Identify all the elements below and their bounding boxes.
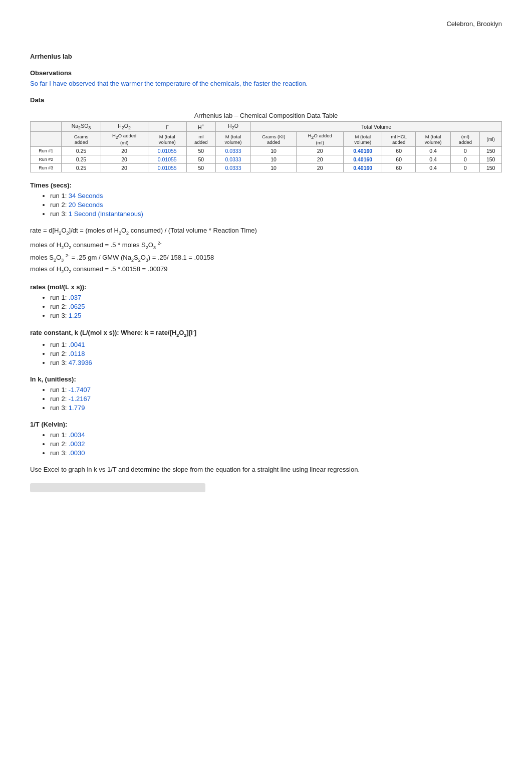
col-i: I- bbox=[148, 122, 186, 132]
rate-constant-list: run 1: .0041run 2: .0118run 3: 47.3936 bbox=[30, 341, 502, 366]
rate-constant-label: rate constant, k (L/(mol x s)): Where: k… bbox=[30, 328, 502, 338]
list-item-value: .0030 bbox=[69, 449, 85, 457]
list-item-label: run 1: bbox=[50, 192, 69, 200]
list-item: run 1: 34 Seconds bbox=[50, 192, 502, 200]
list-item: run 3: .0030 bbox=[50, 449, 502, 457]
list-item: run 1: -1.7407 bbox=[50, 386, 502, 394]
list-item: run 2: .0118 bbox=[50, 350, 502, 357]
cell-ml: 150 bbox=[480, 155, 502, 163]
list-item-value: 1.25 bbox=[69, 312, 81, 319]
cell-h: 50 bbox=[186, 155, 215, 163]
list-item-value: .0625 bbox=[69, 303, 85, 310]
cell-ml-added: 0 bbox=[451, 155, 480, 163]
cell-h2o-added: 20 bbox=[297, 146, 344, 155]
table-title: Arrhenius lab – Chemical Composition Dat… bbox=[31, 109, 502, 122]
subh-ml-hcl: ml HCLadded bbox=[382, 132, 416, 147]
list-item: run 1: .0034 bbox=[50, 431, 502, 439]
list-item-label: run 2: bbox=[50, 350, 69, 357]
rate-formula: rate = d[H2O2]/dt = (moles of H2O2 consu… bbox=[30, 227, 502, 236]
list-item-value: .0034 bbox=[69, 431, 85, 439]
subh-ml-added: mladded bbox=[186, 132, 215, 147]
rates-list: run 1: .037run 2: .0625run 3: 1.25 bbox=[30, 294, 502, 319]
list-item-label: run 3: bbox=[50, 312, 69, 319]
moles-line3: moles of H2O2 consumed = .5 *.00158 = .0… bbox=[30, 265, 502, 274]
list-item-value: 1.779 bbox=[69, 404, 85, 412]
composition-table: Arrhenius lab – Chemical Composition Dat… bbox=[30, 109, 502, 172]
list-item-label: run 2: bbox=[50, 303, 69, 310]
cell-h2o: 0.0333 bbox=[215, 163, 250, 172]
cell-m-total2: 0.4 bbox=[416, 146, 451, 155]
location-header: Celebron, Brooklyn bbox=[30, 20, 502, 28]
table-row: Run #1 0.25 20 0.01055 50 0.0333 10 20 0… bbox=[31, 146, 502, 155]
list-item-label: run 1: bbox=[50, 341, 69, 348]
cell-m-total: 0.40160 bbox=[344, 163, 382, 172]
times-label: Times (secs): bbox=[30, 181, 502, 189]
subh-m-total2: M (totalvolume) bbox=[215, 132, 250, 147]
list-item-label: run 2: bbox=[50, 201, 69, 209]
one-over-t-label: 1/T (Kelvin): bbox=[30, 421, 502, 428]
list-item-value: 34 Seconds bbox=[69, 192, 103, 200]
list-item: run 2: .0625 bbox=[50, 303, 502, 310]
location-text: Celebron, Brooklyn bbox=[446, 20, 502, 28]
cell-ml: 150 bbox=[480, 163, 502, 172]
list-item-label: run 3: bbox=[50, 404, 69, 412]
list-item: run 3: 1 Second (Instantaneous) bbox=[50, 210, 502, 218]
ln-k-list: run 1: -1.7407run 2: -1.2167run 3: 1.779 bbox=[30, 386, 502, 412]
list-item-label: run 3: bbox=[50, 359, 69, 366]
cell-h2o-added: 20 bbox=[297, 155, 344, 163]
list-item-value: .0118 bbox=[69, 350, 85, 357]
bottom-bar bbox=[30, 483, 205, 492]
table-row: Run #3 0.25 20 0.01055 50 0.0333 10 20 0… bbox=[31, 163, 502, 172]
list-item-value: 20 Seconds bbox=[69, 201, 103, 209]
cell-ml-hcl: 60 bbox=[382, 155, 416, 163]
subh-m-total1: M (totalvolume) bbox=[148, 132, 186, 147]
subh-empty bbox=[31, 132, 62, 147]
subh-ml: (ml) bbox=[480, 132, 502, 147]
list-item-value: -1.7407 bbox=[69, 386, 91, 394]
cell-m-total2: 0.4 bbox=[416, 155, 451, 163]
list-item-label: run 1: bbox=[50, 294, 69, 301]
data-table-wrapper: Arrhenius lab – Chemical Composition Dat… bbox=[30, 109, 502, 172]
subh-grams-ki: Grams (KI)added bbox=[251, 132, 297, 147]
list-item-value: .0041 bbox=[69, 341, 85, 348]
subh-grams: Gramsadded bbox=[62, 132, 101, 147]
run-label: Run #3 bbox=[31, 163, 62, 172]
moles-section: moles of H2O2 consumed = .5 * moles S2O3… bbox=[30, 241, 502, 274]
list-item-value: 1 Second (Instantaneous) bbox=[69, 210, 143, 218]
cell-ml-added: 0 bbox=[451, 163, 480, 172]
subh-h2o-added: H2O added(ml) bbox=[101, 132, 148, 147]
table-row: Run #2 0.25 20 0.01055 50 0.0333 10 20 0… bbox=[31, 155, 502, 163]
list-item: run 2: .0032 bbox=[50, 440, 502, 448]
col-h2o: H2O bbox=[215, 122, 250, 132]
cell-grams-ki: 10 bbox=[251, 155, 297, 163]
page-title: Arrhenius lab bbox=[30, 53, 502, 60]
list-item-label: run 2: bbox=[50, 395, 69, 403]
list-item-label: run 3: bbox=[50, 449, 69, 457]
subh-h2o-added2: H2O added(ml) bbox=[297, 132, 344, 147]
cell-h2o: 0.0333 bbox=[215, 146, 250, 155]
cell-h2o-added: 20 bbox=[297, 163, 344, 172]
observations-text: So far I have observed that the warmer t… bbox=[30, 80, 502, 87]
col-h: H+ bbox=[186, 122, 215, 132]
subh-m-total3: M (totalvolume) bbox=[344, 132, 382, 147]
list-item-label: run 3: bbox=[50, 210, 69, 218]
moles-line1: moles of H2O2 consumed = .5 * moles S2O3… bbox=[30, 241, 502, 250]
list-item-value: -1.2167 bbox=[69, 395, 91, 403]
list-item: run 1: .037 bbox=[50, 294, 502, 301]
rates-label: rates (mol/(L x s)): bbox=[30, 283, 502, 291]
cell-grams-ki: 10 bbox=[251, 163, 297, 172]
list-item-value: .037 bbox=[69, 294, 81, 301]
cell-i: 0.01055 bbox=[148, 163, 186, 172]
cell-h2o2: 20 bbox=[101, 146, 148, 155]
col-h2o2: H2O2 bbox=[101, 122, 148, 132]
list-item: run 3: 47.3936 bbox=[50, 359, 502, 366]
cell-m-total: 0.40160 bbox=[344, 155, 382, 163]
cell-i: 0.01055 bbox=[148, 146, 186, 155]
subh-m-total4: M (totalvolume) bbox=[416, 132, 451, 147]
cell-ml-hcl: 60 bbox=[382, 163, 416, 172]
cell-i: 0.01055 bbox=[148, 155, 186, 163]
subh-ml-added2: (ml)added bbox=[451, 132, 480, 147]
col-total-volume: Total Volume bbox=[251, 122, 502, 132]
list-item-value: .0032 bbox=[69, 440, 85, 448]
cell-m-total: 0.40160 bbox=[344, 146, 382, 155]
